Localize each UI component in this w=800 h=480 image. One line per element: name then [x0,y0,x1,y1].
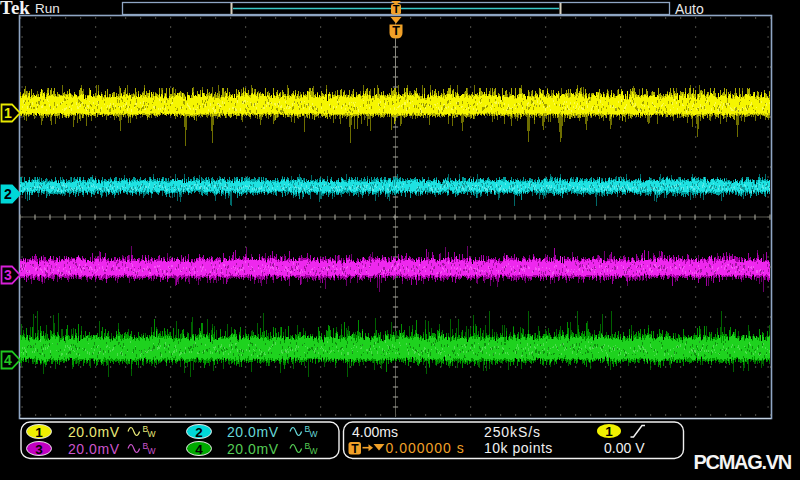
svg-text:T: T [392,24,400,38]
svg-text:4: 4 [4,352,12,368]
svg-text:1: 1 [35,425,43,440]
svg-text:Run: Run [35,1,60,16]
svg-text:W: W [148,429,156,439]
svg-text:0.000000 s: 0.000000 s [386,440,465,456]
svg-text:3: 3 [4,267,12,283]
svg-text:W: W [310,429,318,439]
svg-text:4.00ms: 4.00ms [352,424,398,440]
svg-text:10k points: 10k points [484,440,553,456]
svg-text:W: W [148,446,156,456]
svg-text:3: 3 [35,442,43,457]
svg-text:W: W [310,446,318,456]
svg-text:20.0mV: 20.0mV [227,424,279,440]
svg-text:1: 1 [4,105,12,121]
svg-text:T: T [351,442,359,456]
svg-text:20.0mV: 20.0mV [68,424,120,440]
svg-text:T: T [393,3,400,15]
svg-text:Auto: Auto [675,1,704,17]
svg-text:PCMAG.VN: PCMAG.VN [694,451,792,473]
svg-text:0.00 V: 0.00 V [604,440,645,456]
svg-text:20.0mV: 20.0mV [68,441,120,457]
svg-text:4: 4 [195,442,203,457]
svg-text:20.0mV: 20.0mV [227,441,279,457]
svg-text:Tek: Tek [0,0,30,18]
svg-text:2: 2 [195,425,203,440]
svg-text:250kS/s: 250kS/s [484,424,541,440]
svg-text:2: 2 [4,186,12,202]
svg-text:1: 1 [605,424,613,439]
